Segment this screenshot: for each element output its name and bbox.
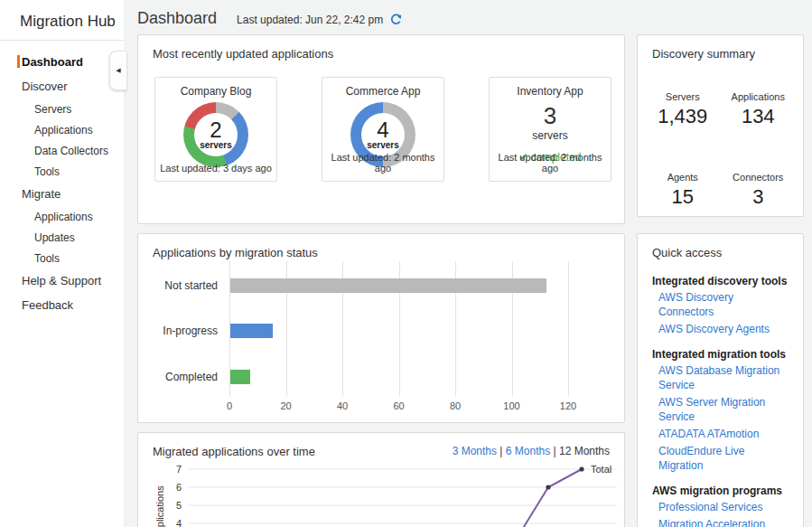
page-header: Dashboard Last updated: Jun 22, 2:42 pm bbox=[137, 9, 402, 28]
donut-center: 4servers bbox=[361, 113, 405, 156]
bar-in_progress[interactable] bbox=[230, 324, 273, 338]
stat-label: Servers bbox=[645, 91, 721, 102]
sidebar-item-data-collectors[interactable]: Data Collectors bbox=[0, 140, 124, 161]
server-count: 2 bbox=[210, 120, 221, 140]
data-point[interactable] bbox=[546, 485, 550, 489]
discovery-summary-title: Discovery summary bbox=[638, 35, 803, 61]
servers-donut-chart: 2servers bbox=[183, 102, 248, 167]
x-axis-tick-label: 100 bbox=[494, 400, 530, 411]
x-axis-tick-label: 60 bbox=[381, 400, 417, 411]
app-card-name: Company Blog bbox=[155, 85, 276, 98]
bar-chart: 020406080100120Not startedIn-progressCom… bbox=[138, 234, 626, 424]
data-point[interactable] bbox=[579, 466, 583, 471]
refresh-button[interactable] bbox=[390, 13, 402, 29]
server-count-unit: servers bbox=[490, 129, 611, 142]
sidebar-item-discover[interactable]: Discover bbox=[0, 74, 124, 99]
sidebar-item-tools[interactable]: Tools bbox=[0, 248, 124, 268]
period-separator: | bbox=[550, 445, 559, 457]
qa-link-migration-acceleration-program[interactable]: Migration Acceleration Program bbox=[658, 517, 789, 527]
quick-access-body: Integrated discovery toolsAWS Discovery … bbox=[638, 259, 803, 527]
qa-link-aws-server-migration-service[interactable]: AWS Server Migration Service bbox=[658, 395, 789, 424]
sidebar-collapse-button[interactable]: ◀ bbox=[109, 51, 126, 90]
server-count-unit: servers bbox=[200, 140, 232, 150]
stat-label: Agents bbox=[645, 172, 721, 183]
sidebar-item-label: Help & Support bbox=[22, 274, 101, 287]
stat-value: 15 bbox=[645, 185, 721, 209]
bar-not_started[interactable] bbox=[230, 278, 546, 293]
app-card-inventory-app[interactable]: Inventory App3servers✔ completedLast upd… bbox=[489, 77, 611, 182]
quick-access-panel: Quick access Integrated discovery toolsA… bbox=[637, 233, 804, 527]
sidebar-item-label: Dashboard bbox=[22, 55, 83, 69]
qa-heading-aws-migration-programs: AWS migration programs bbox=[652, 485, 789, 497]
x-axis-tick-label: 20 bbox=[268, 400, 304, 411]
qa-link-aws-database-migration-service[interactable]: AWS Database Migration Service bbox=[658, 363, 789, 392]
sidebar-item-applications[interactable]: Applications bbox=[0, 206, 124, 227]
qa-link-professional-services[interactable]: Professional Services bbox=[658, 500, 789, 514]
qa-link-cloudendure-live-migration[interactable]: CloudEndure Live Migration bbox=[658, 444, 789, 473]
sidebar-item-label: Servers bbox=[34, 103, 71, 116]
sidebar-item-help-support[interactable]: Help & Support bbox=[0, 268, 124, 293]
sidebar-nav: DashboardDiscoverServersApplicationsData… bbox=[0, 41, 124, 317]
app-card-name: Commerce App bbox=[322, 85, 443, 98]
period-link-12-months[interactable]: 12 Months bbox=[559, 445, 610, 457]
sidebar-item-label: Migrate bbox=[22, 187, 61, 201]
sidebar-item-applications[interactable]: Applications bbox=[0, 119, 124, 140]
y-axis-tick-label: 6 bbox=[176, 482, 182, 493]
stat-connectors: Connectors3 bbox=[721, 172, 797, 209]
y-axis-tick-label: 4 bbox=[176, 518, 182, 527]
period-link-3-months[interactable]: 3 Months bbox=[453, 445, 497, 457]
migration-status-panel: Applications by migration status 0204060… bbox=[137, 233, 625, 423]
period-link-6-months[interactable]: 6 Months bbox=[506, 445, 550, 457]
sidebar-item-label: Tools bbox=[34, 252, 60, 265]
qa-heading-integrated-discovery-tools: Integrated discovery tools bbox=[652, 275, 789, 287]
last-updated-text: Last updated: Jun 22, 2:42 pm bbox=[237, 14, 383, 26]
sidebar-item-updates[interactable]: Updates bbox=[0, 227, 124, 248]
app-title: Migration Hub bbox=[0, 0, 124, 40]
sidebar: Migration Hub DashboardDiscoverServersAp… bbox=[0, 0, 124, 527]
discovery-summary-panel: Discovery summary Servers1,439Applicatio… bbox=[637, 34, 804, 217]
y-axis-tick-label: 5 bbox=[176, 500, 182, 511]
donut-center: 2servers bbox=[194, 113, 238, 156]
sidebar-item-label: Applications bbox=[34, 124, 93, 136]
period-separator: | bbox=[497, 445, 506, 457]
main-content: Dashboard Last updated: Jun 22, 2:42 pm … bbox=[124, 0, 812, 527]
sidebar-item-dashboard[interactable]: Dashboard bbox=[0, 50, 124, 74]
sidebar-item-label: Data Collectors bbox=[34, 145, 108, 157]
card-last-updated: Last updated: 2 months ago bbox=[490, 152, 611, 174]
stat-value: 134 bbox=[721, 105, 797, 128]
sidebar-item-label: Discover bbox=[22, 80, 68, 93]
discovery-stats: Servers1,439Applications134Agents15Conne… bbox=[638, 61, 803, 209]
app-card-name: Inventory App bbox=[490, 85, 611, 98]
x-axis-tick-label: 80 bbox=[437, 400, 473, 411]
chevron-left-icon: ◀ bbox=[116, 67, 120, 74]
period-selector: 3 Months | 6 Months | 12 Months bbox=[453, 445, 610, 457]
recent-apps-title: Most recently updated applications bbox=[138, 35, 624, 61]
sidebar-item-servers[interactable]: Servers bbox=[0, 99, 124, 119]
sidebar-item-label: Feedback bbox=[22, 298, 73, 312]
bar-gridline bbox=[568, 261, 569, 397]
migrated-over-time-panel: 76543210ApplicationsTotal Migrated appli… bbox=[137, 432, 625, 527]
sidebar-item-migrate[interactable]: Migrate bbox=[0, 182, 124, 206]
bar-category-label: Not started bbox=[138, 279, 218, 292]
qa-link-atadata-atamotion[interactable]: ATADATA ATAmotion bbox=[658, 427, 789, 441]
stat-value: 3 bbox=[721, 185, 797, 209]
total-series-line bbox=[214, 469, 582, 527]
stat-agents: Agents15 bbox=[645, 172, 721, 209]
app-card-commerce-app[interactable]: Commerce App4serversLast updated: 2 mont… bbox=[322, 77, 444, 182]
x-axis-tick-label: 0 bbox=[211, 400, 247, 411]
app-cards: Company Blog2serversLast updated: 3 days… bbox=[154, 77, 611, 182]
x-axis-tick-label: 120 bbox=[550, 400, 586, 411]
qa-heading-integrated-migration-tools: Integrated migration tools bbox=[652, 348, 789, 361]
app-card-company-blog[interactable]: Company Blog2serversLast updated: 3 days… bbox=[154, 77, 277, 182]
sidebar-item-tools[interactable]: Tools bbox=[0, 161, 124, 182]
card-last-updated: Last updated: 3 days ago bbox=[155, 163, 276, 174]
sidebar-item-label: Tools bbox=[34, 165, 60, 178]
qa-link-aws-discovery-connectors[interactable]: AWS Discovery Connectors bbox=[658, 290, 789, 319]
qa-link-aws-discovery-agents[interactable]: AWS Discovery Agents bbox=[658, 322, 789, 336]
sidebar-item-feedback[interactable]: Feedback bbox=[0, 293, 124, 317]
bar-completed[interactable] bbox=[230, 370, 250, 384]
y-axis-label: Applications bbox=[154, 485, 165, 527]
sidebar-item-label: Updates bbox=[34, 231, 75, 244]
refresh-icon bbox=[390, 14, 402, 25]
stat-applications: Applications134 bbox=[721, 91, 797, 128]
